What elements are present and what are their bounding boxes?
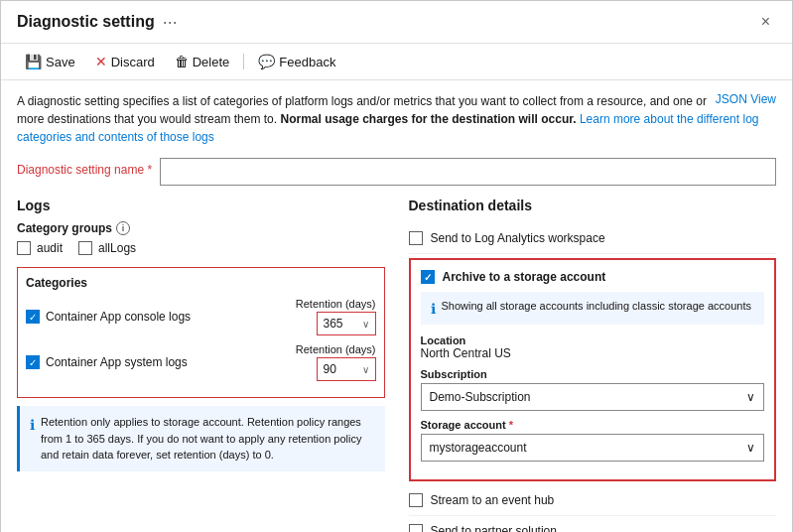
category-groups-checkboxes: audit allLogs: [17, 241, 385, 255]
storage-account-value: mystorageaccount: [430, 441, 527, 455]
required-star: *: [147, 163, 152, 177]
save-icon: 💾: [25, 54, 42, 69]
log-analytics-checkbox[interactable]: [409, 231, 423, 245]
category-groups-info-icon[interactable]: i: [116, 221, 130, 235]
retention-label-1: Retention (days): [296, 298, 376, 310]
retention-chevron-1: ∨: [362, 319, 369, 330]
storage-info-box: ℹ Showing all storage accounts including…: [421, 292, 765, 325]
retention-val-1: 365: [324, 317, 343, 331]
right-panel: Destination details Send to Log Analytic…: [409, 198, 777, 532]
save-label: Save: [46, 55, 75, 69]
log-analytics-label: Send to Log Analytics workspace: [431, 231, 605, 245]
storage-info-text: Showing all storage accounts including c…: [442, 300, 751, 317]
retention-info-text: Retention only applies to storage accoun…: [41, 414, 375, 464]
toolbar: 💾 Save ✕ Discard 🗑 Delete 💬 Feedback: [1, 44, 792, 80]
archive-header: Archive to a storage account: [421, 270, 765, 284]
category-groups: Category groups i audit allLogs: [17, 221, 385, 255]
alllogs-checkbox[interactable]: [78, 241, 92, 255]
retention-input-2[interactable]: 90 ∨: [317, 357, 376, 381]
retention-val-2: 90: [324, 362, 336, 376]
subscription-value: Demo-Subscription: [430, 390, 531, 404]
subscription-field: Subscription Demo-Subscription ∨: [421, 368, 765, 411]
diagnostic-name-row: Diagnostic setting name *: [17, 158, 776, 186]
destination-title: Destination details: [409, 198, 777, 213]
feedback-icon: 💬: [258, 54, 275, 69]
system-logs-checkbox[interactable]: [26, 355, 40, 369]
archive-box: Archive to a storage account ℹ Showing a…: [409, 258, 777, 481]
category-row-system: Container App system logs Retention (day…: [26, 343, 376, 381]
retention-chevron-2: ∨: [362, 364, 369, 375]
category-row-console: Container App console logs Retention (da…: [26, 298, 376, 335]
storage-required-star: *: [509, 419, 513, 431]
location-value: North Central US: [421, 346, 765, 360]
log-analytics-row: Send to Log Analytics workspace: [409, 223, 777, 254]
more-options-icon[interactable]: ···: [163, 12, 178, 33]
event-hub-label: Stream to an event hub: [431, 493, 555, 507]
categories-title: Categories: [26, 276, 376, 290]
storage-account-field: Storage account * mystorageaccount ∨: [421, 419, 765, 462]
partner-label: Send to partner solution: [431, 524, 557, 532]
discard-button[interactable]: ✕ Discard: [87, 50, 163, 73]
category-groups-title: Category groups i: [17, 221, 385, 235]
retention-label-2: Retention (days): [296, 343, 376, 355]
retention-group-2: Retention (days) 90 ∨: [296, 343, 376, 381]
description-block: JSON View A diagnostic setting specifies…: [17, 92, 776, 146]
title-left: Diagnostic setting ···: [17, 12, 178, 33]
retention-group-1: Retention (days) 365 ∨: [296, 298, 376, 335]
left-panel: Logs Category groups i audit: [17, 198, 385, 532]
content-area: JSON View A diagnostic setting specifies…: [1, 80, 792, 532]
info-icon: ℹ: [30, 415, 35, 464]
system-logs-label: Container App system logs: [46, 355, 188, 369]
feedback-label: Feedback: [279, 55, 335, 69]
storage-account-chevron: ∨: [746, 441, 755, 455]
event-hub-row: Stream to an event hub: [409, 485, 777, 516]
toolbar-divider: [243, 54, 244, 69]
categories-box: Categories Container App console logs Re…: [17, 267, 385, 398]
delete-label: Delete: [193, 55, 230, 69]
alllogs-label: allLogs: [98, 241, 136, 255]
diagnostic-setting-dialog: Diagnostic setting ··· × 💾 Save ✕ Discar…: [0, 0, 793, 532]
event-hub-checkbox[interactable]: [409, 493, 423, 507]
discard-icon: ✕: [95, 54, 107, 69]
storage-account-dropdown[interactable]: mystorageaccount ∨: [421, 434, 765, 462]
subscription-dropdown[interactable]: Demo-Subscription ∨: [421, 383, 765, 411]
audit-checkbox[interactable]: [17, 241, 31, 255]
discard-label: Discard: [111, 55, 155, 69]
archive-label: Archive to a storage account: [443, 270, 606, 284]
location-row: Location North Central US: [421, 334, 765, 360]
subscription-chevron: ∨: [746, 390, 755, 404]
json-view-link[interactable]: JSON View: [716, 92, 776, 106]
alllogs-checkbox-item[interactable]: allLogs: [78, 241, 136, 255]
description-text2: Normal usage charges for the destination…: [280, 112, 576, 126]
archive-checkbox[interactable]: [421, 270, 435, 284]
retention-input-1[interactable]: 365 ∨: [317, 312, 376, 335]
description-text: A diagnostic setting specifies a list of…: [17, 92, 776, 146]
diagnostic-name-input[interactable]: [160, 158, 776, 186]
audit-checkbox-item[interactable]: audit: [17, 241, 63, 255]
logs-section-title: Logs: [17, 198, 385, 213]
diagnostic-name-label: Diagnostic setting name *: [17, 163, 152, 177]
storage-account-label: Storage account *: [421, 419, 765, 431]
title-bar: Diagnostic setting ··· ×: [1, 1, 792, 44]
category-row-system-left: Container App system logs: [26, 355, 188, 369]
dialog-title: Diagnostic setting: [17, 13, 155, 31]
storage-info-icon: ℹ: [431, 301, 436, 317]
subscription-label: Subscription: [421, 368, 765, 380]
audit-label: audit: [37, 241, 63, 255]
console-logs-label: Container App console logs: [46, 310, 191, 324]
feedback-button[interactable]: 💬 Feedback: [250, 50, 343, 73]
delete-button[interactable]: 🗑 Delete: [167, 50, 238, 73]
partner-row: Send to partner solution: [409, 516, 777, 532]
console-logs-checkbox[interactable]: [26, 310, 40, 324]
main-layout: Logs Category groups i audit: [17, 198, 776, 532]
save-button[interactable]: 💾 Save: [17, 50, 83, 73]
partner-checkbox[interactable]: [409, 524, 423, 532]
delete-icon: 🗑: [175, 54, 189, 69]
close-button[interactable]: ×: [755, 11, 776, 33]
retention-info-box: ℹ Retention only applies to storage acco…: [17, 406, 385, 471]
category-row-console-left: Container App console logs: [26, 310, 191, 324]
location-label: Location: [421, 334, 765, 346]
